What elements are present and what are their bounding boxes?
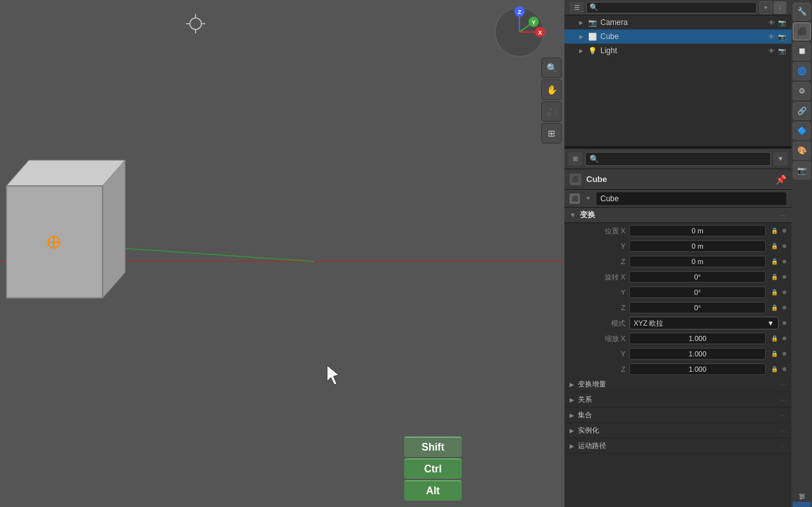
prop-icon-modifiers[interactable]: 🔲 [793, 42, 811, 60]
properties-search-bar: ⊞ 🔍 ▼ [564, 149, 791, 169]
svg-rect-0 [0, 0, 564, 507]
instances-section[interactable]: ▶ 实例化 ··· [564, 423, 791, 438]
relations-dots: ··· [781, 396, 786, 404]
prop-name-dropdown[interactable]: ▼ [584, 194, 593, 203]
cube-vis-icons: 👁 📷 [767, 32, 786, 41]
outliner-search[interactable]: 🔍 [586, 2, 757, 13]
cube-render-icon[interactable]: 📷 [777, 32, 786, 41]
scale-label: 缩放 X [590, 334, 625, 344]
position-label: 位置 X [590, 226, 625, 236]
prop-icon-tools[interactable]: 🔧 [793, 3, 811, 21]
rotation-mode-dropdown[interactable]: XYZ 欧拉 ▼ [629, 317, 779, 329]
prop-name-input[interactable] [596, 192, 786, 205]
scale-x-dot [782, 337, 786, 340]
position-x-lock[interactable]: 🔒 [770, 226, 779, 235]
light-icon: 💡 [588, 46, 598, 56]
rotation-y-lock[interactable]: 🔒 [770, 288, 779, 297]
light-vis-icons: 👁 📷 [767, 46, 786, 55]
delta-title: 变换增量 [578, 379, 606, 389]
prop-icon-particles[interactable]: 🌀 [793, 62, 811, 80]
outliner-view-btn[interactable]: ↓ [774, 1, 786, 14]
outliner-item-camera[interactable]: ▶ 📷 Camera 👁 📷 [564, 15, 791, 29]
prop-name-row: ⬛ ▼ [564, 190, 791, 208]
transform-delta-section[interactable]: ▶ 变换增量 ··· [564, 377, 791, 392]
scale-y-row: Y 🔒 [564, 346, 791, 362]
prop-icon-physics[interactable]: ⚙ [793, 82, 811, 100]
motion-arrow: ▶ [570, 443, 574, 449]
rotation-y-input[interactable] [629, 287, 766, 298]
rotation-x-input[interactable] [629, 271, 766, 283]
position-y-lock[interactable]: 🔒 [770, 242, 779, 251]
position-y-dot [782, 244, 786, 248]
scale-z-lock[interactable]: 🔒 [770, 365, 779, 374]
prop-icon-material[interactable]: 🎨 [793, 142, 811, 160]
position-x-row: 位置 X 🔒 [564, 223, 791, 238]
light-render-icon[interactable]: 📷 [777, 46, 786, 55]
svg-text:Z: Z [518, 9, 521, 15]
rotation-z-label: Z [590, 304, 625, 312]
props-search-input[interactable]: 🔍 [585, 152, 771, 166]
outliner-arrow-light: ▶ [577, 47, 585, 54]
alt-key: Alt [404, 480, 462, 501]
collections-section[interactable]: ▶ 集合 ··· [564, 408, 791, 423]
zoom-tool-btn[interactable]: 🔍 [541, 58, 562, 78]
ctrl-key: Ctrl [404, 458, 462, 479]
outliner-name-cube: Cube [600, 32, 765, 41]
outliner-menu-btn[interactable]: ☰ [570, 2, 584, 13]
position-z-lock[interactable]: 🔒 [770, 257, 779, 266]
prop-icon-constraints[interactable]: 🔗 [793, 102, 811, 120]
mode-dot [782, 321, 786, 325]
position-z-input[interactable] [629, 256, 766, 267]
prop-icon-data[interactable]: 🔷 [793, 122, 811, 140]
view-mode-btn[interactable]: ⊞ [541, 123, 562, 144]
rotation-x-dot [782, 275, 786, 279]
collections-dots: ··· [781, 411, 786, 419]
outliner-filter-btn[interactable]: ⌖ [759, 1, 772, 14]
position-y-input[interactable] [629, 240, 766, 252]
scale-y-input[interactable] [629, 348, 766, 360]
cube-eye-icon[interactable]: 👁 [767, 32, 776, 41]
rotation-z-lock[interactable]: 🔒 [770, 303, 779, 312]
mode-label: 模式 [590, 319, 625, 328]
prop-header-title: Cube [586, 174, 607, 184]
rotation-z-input[interactable] [629, 302, 766, 313]
prop-header-icon: ⬛ [570, 174, 581, 185]
prop-pin-btn[interactable]: 📌 [775, 174, 786, 185]
rotation-mode-value: XYZ 欧拉 [634, 319, 663, 328]
right-panel: ☰ 🔍 ⌖ ↓ ▶ 📷 Camera 👁 📷 [564, 0, 812, 507]
light-eye-icon[interactable]: 👁 [767, 46, 776, 55]
outliner-item-cube[interactable]: ▶ ⬜ Cube 👁 📷 [564, 29, 791, 44]
camera-render-icon[interactable]: 📷 [777, 18, 786, 27]
viewport[interactable]: Z Y X 🔍 ✋ 🎥 ⊞ Shift Ctrl Alt [0, 0, 564, 507]
prop-icon-render[interactable]: 📷 [793, 162, 811, 179]
transform-label: 变换 [580, 210, 595, 220]
nav-gizmo[interactable]: Z Y X [494, 6, 545, 58]
outliner-item-light[interactable]: ▶ 💡 Light 👁 📷 [564, 44, 791, 58]
rotation-x-row: 旋转 X 🔒 [564, 269, 791, 285]
scale-x-input[interactable] [629, 333, 766, 344]
transform-section-header[interactable]: ▼ 变换 ··· [564, 208, 791, 223]
props-menu-btn[interactable]: ⊞ [568, 152, 582, 166]
hand-tool-btn[interactable]: ✋ [541, 79, 562, 100]
outliner-name-light: Light [600, 46, 765, 55]
prop-icon-object[interactable]: ⬛ [793, 22, 811, 40]
motion-dots: ··· [781, 442, 786, 450]
svg-marker-51 [327, 365, 339, 385]
position-x-input[interactable] [629, 225, 766, 237]
instances-dots: ··· [781, 427, 786, 435]
scale-y-lock[interactable]: 🔒 [770, 349, 779, 358]
motion-paths-section[interactable]: ▶ 运动路径 ··· [564, 438, 791, 454]
camera-vis-icons: 👁 📷 [767, 18, 786, 27]
scale-z-input[interactable] [629, 363, 766, 375]
svg-text:Y: Y [532, 19, 536, 26]
position-z-label: Z [590, 258, 625, 265]
relations-section[interactable]: ▶ 关系 ··· [564, 392, 791, 408]
outliner-arrow-camera: ▶ [577, 19, 585, 26]
camera-tool-btn[interactable]: 🎥 [541, 101, 562, 122]
camera-eye-icon[interactable]: 👁 [767, 18, 776, 27]
position-x-dot [782, 229, 786, 233]
scale-x-lock[interactable]: 🔒 [770, 334, 779, 343]
rotation-x-lock[interactable]: 🔒 [770, 272, 779, 281]
props-dropdown-btn[interactable]: ▼ [774, 152, 788, 166]
svg-text:X: X [538, 29, 542, 36]
